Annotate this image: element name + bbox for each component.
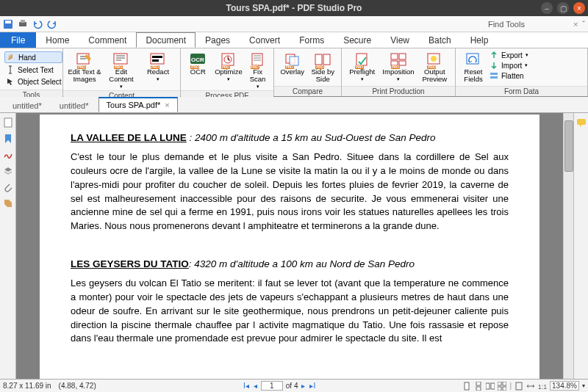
group-compare-label: Compare <box>274 86 341 96</box>
tab-comment[interactable]: Comment <box>79 32 136 48</box>
imposition-button[interactable]: PRO Imposition▾ <box>379 50 417 81</box>
svg-rect-27 <box>490 76 498 79</box>
hand-label: Hand <box>18 54 36 62</box>
redact-button[interactable]: PRO Redact▾ <box>140 50 176 81</box>
page-prev-button[interactable]: ◂ <box>253 382 258 390</box>
fit-page-icon[interactable] <box>514 382 523 391</box>
find-tools-input[interactable]: Find Tools <box>488 20 525 29</box>
tab-pages[interactable]: Pages <box>196 32 240 48</box>
paragraph-1: C'est le tour le plus demande et le plus… <box>71 150 509 233</box>
group-form-label: Form Data <box>456 86 587 96</box>
hand-tool-button[interactable]: Hand <box>4 51 62 63</box>
window-minimize-button[interactable]: – <box>541 2 553 14</box>
object-select-button[interactable]: Object Select <box>4 76 62 87</box>
export-button[interactable]: Export▾ <box>490 51 528 59</box>
select-text-button[interactable]: Select Text <box>4 65 62 75</box>
quick-access-toolbar: Find Tools × ˇ <box>0 16 588 32</box>
left-panel-strip <box>0 113 16 379</box>
actual-size-icon[interactable]: 1:1 <box>538 382 547 391</box>
tab-help[interactable]: Help <box>461 32 498 48</box>
svg-rect-20 <box>399 54 406 59</box>
fix-scan-button[interactable]: PRO Fix Scan▾ <box>245 50 270 89</box>
find-tools-close-icon[interactable]: × <box>573 20 578 29</box>
svg-rect-1 <box>5 21 11 23</box>
import-icon <box>490 61 498 70</box>
tags-panel-icon[interactable] <box>3 198 13 208</box>
side-by-side-icon: PRO <box>313 51 332 68</box>
import-button[interactable]: Import▾ <box>490 61 528 70</box>
page-first-button[interactable]: I◂ <box>243 382 250 390</box>
window-close-button[interactable]: × <box>573 2 585 14</box>
reset-fields-button[interactable]: Reset Fields <box>459 50 488 83</box>
edit-text-images-button[interactable]: PRO Edit Text & Images <box>66 50 103 83</box>
paragraph-2: Les geysers du volcan El Tatio se merite… <box>71 277 509 346</box>
edit-content-button[interactable]: PRO Edit Content▾ <box>103 50 140 89</box>
document-viewport[interactable]: LA VALLEE DE LA LUNE : 2400 m d'altitude… <box>16 113 563 379</box>
svg-text:1:1: 1:1 <box>538 383 547 391</box>
view-single-icon[interactable] <box>462 382 471 391</box>
doc-tab-0[interactable]: untitled* <box>4 98 50 112</box>
flatten-icon <box>490 71 498 80</box>
view-facing-continuous-icon[interactable] <box>498 382 506 391</box>
doc-tab-2[interactable]: Tours SPA.pdf*× <box>98 97 178 112</box>
overlay-icon: PRO <box>283 51 302 68</box>
window-maximize-button[interactable]: ▢ <box>557 2 569 14</box>
overlay-button[interactable]: PRO Overlay <box>277 50 308 76</box>
ribbon-tabs: File Home Comment Document Pages Convert… <box>0 32 588 48</box>
save-icon[interactable] <box>3 19 13 29</box>
main-area: LA VALLEE DE LA LUNE : 2400 m d'altitude… <box>0 113 588 379</box>
output-preview-icon: PRO <box>425 51 444 68</box>
undo-icon[interactable] <box>32 19 43 29</box>
title-bar: Tours SPA.pdf* - PDF Studio Pro – ▢ × <box>0 0 588 16</box>
print-icon[interactable] <box>18 19 28 29</box>
svg-rect-17 <box>323 54 330 65</box>
tab-view[interactable]: View <box>381 32 419 48</box>
tab-file[interactable]: File <box>0 32 36 48</box>
svg-rect-19 <box>391 54 398 59</box>
svg-rect-33 <box>486 383 490 389</box>
group-print-label: Print Production <box>342 86 455 96</box>
ribbon-collapse-icon[interactable]: ˇ <box>582 20 585 29</box>
view-facing-icon[interactable] <box>486 382 495 391</box>
edit-content-icon: PRO <box>112 51 131 68</box>
page-number-input[interactable]: 1 <box>261 381 283 391</box>
flatten-button[interactable]: Flatten <box>490 71 528 80</box>
side-by-side-button[interactable]: PRO Side by Side <box>308 50 339 83</box>
tab-forms[interactable]: Forms <box>290 32 334 48</box>
close-icon[interactable]: × <box>165 101 169 109</box>
edit-text-icon: PRO <box>75 51 94 68</box>
redo-icon[interactable] <box>47 19 57 29</box>
page-next-button[interactable]: ▸ <box>301 382 306 390</box>
zoom-dropdown-icon[interactable]: ▾ <box>582 382 585 389</box>
signatures-panel-icon[interactable] <box>3 150 13 160</box>
svg-rect-37 <box>498 387 501 391</box>
export-icon <box>490 51 498 59</box>
text-cursor-icon <box>6 65 15 74</box>
tab-home[interactable]: Home <box>36 32 79 48</box>
pages-panel-icon[interactable] <box>3 117 13 128</box>
tab-secure[interactable]: Secure <box>334 32 381 48</box>
optimize-button[interactable]: PRO Optimize▾ <box>212 50 245 81</box>
tab-convert[interactable]: Convert <box>240 32 290 48</box>
pdf-page: LA VALLEE DE LA LUNE : 2400 m d'altitude… <box>40 115 539 379</box>
doc-tab-1[interactable]: untitled* <box>51 98 97 112</box>
window-title: Tours SPA.pdf* - PDF Studio Pro <box>226 3 362 13</box>
svg-rect-29 <box>577 119 586 125</box>
bookmarks-panel-icon[interactable] <box>3 134 13 144</box>
attachments-panel-icon[interactable] <box>3 182 13 192</box>
layers-panel-icon[interactable] <box>3 166 13 176</box>
imposition-icon: PRO <box>389 51 408 68</box>
tab-batch[interactable]: Batch <box>419 32 461 48</box>
page-last-button[interactable]: ▸I <box>309 382 316 390</box>
scrollbar-thumb[interactable] <box>564 120 573 172</box>
vertical-scrollbar[interactable] <box>563 113 573 379</box>
svg-rect-7 <box>152 56 162 58</box>
zoom-level-input[interactable]: 134.8% <box>550 381 579 391</box>
preflight-button[interactable]: PRO Preflight▾ <box>345 50 379 81</box>
view-continuous-icon[interactable] <box>474 382 483 391</box>
ocr-button[interactable]: OCRPRO OCR <box>184 50 212 76</box>
fit-width-icon[interactable] <box>526 382 535 391</box>
tab-document[interactable]: Document <box>136 32 196 48</box>
output-preview-button[interactable]: PRO Output Preview <box>417 50 452 83</box>
comments-panel-icon[interactable] <box>576 117 587 128</box>
